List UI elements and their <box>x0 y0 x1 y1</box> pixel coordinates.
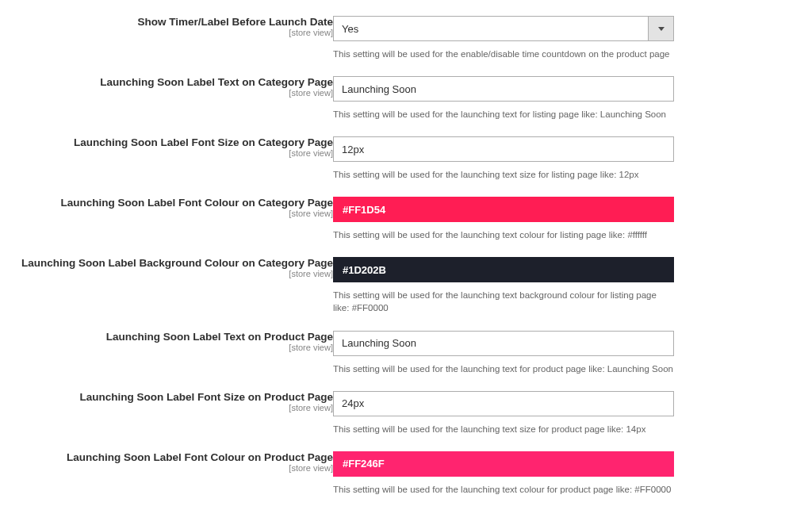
prod_label_text-input[interactable] <box>333 331 674 356</box>
color-value: #FF246F <box>343 458 385 470</box>
show_timer-select[interactable]: Yes <box>333 16 674 41</box>
help-text: This setting will be used for the launch… <box>333 423 674 435</box>
control-cell: #FF246FThis setting will be used for the… <box>333 451 812 510</box>
field-row-prod_font_color: Launching Soon Label Font Colour on Prod… <box>0 451 812 510</box>
field-row-prod_label_text: Launching Soon Label Text on Product Pag… <box>0 331 812 391</box>
scope-label: [store view] <box>0 343 333 353</box>
cat_label_text-input[interactable] <box>333 76 674 102</box>
chevron-down-icon <box>648 17 673 40</box>
field-row-cat_font_color: Launching Soon Label Font Colour on Cate… <box>0 197 812 257</box>
field-label: Launching Soon Label Background Colour o… <box>0 257 333 269</box>
prod_font_size-input[interactable] <box>333 391 674 416</box>
scope-label: [store view] <box>0 269 333 279</box>
scope-label: [store view] <box>0 209 333 219</box>
help-text: This setting will be used for the launch… <box>333 228 674 241</box>
help-text: This setting will be used for the launch… <box>333 168 674 181</box>
select-value: Yes <box>334 23 648 35</box>
config-form: Show Timer/Label Before Launch Date[stor… <box>0 16 812 510</box>
field-label: Launching Soon Label Font Colour on Prod… <box>0 451 333 463</box>
scope-label: [store view] <box>0 148 333 159</box>
field-label: Launching Soon Label Font Colour on Cate… <box>0 197 333 209</box>
control-cell: This setting will be used for the launch… <box>333 331 812 391</box>
control-cell: This setting will be used for the launch… <box>333 391 812 451</box>
control-cell: #1D202BThis setting will be used for the… <box>333 257 812 330</box>
control-cell: This setting will be used for the launch… <box>333 76 812 136</box>
scope-label: [store view] <box>0 463 333 474</box>
color-value: #FF1D54 <box>343 204 385 216</box>
control-cell: YesThis setting will be used for the ena… <box>333 16 812 76</box>
label-cell: Show Timer/Label Before Launch Date[stor… <box>0 16 333 76</box>
label-cell: Launching Soon Label Text on Category Pa… <box>0 76 333 136</box>
field-row-prod_font_size: Launching Soon Label Font Size on Produc… <box>0 391 812 451</box>
cat_font_color-color-picker[interactable]: #FF1D54 <box>333 197 674 222</box>
color-value: #1D202B <box>343 264 386 276</box>
scope-label: [store view] <box>0 403 333 413</box>
help-text: This setting will be used for the launch… <box>333 108 674 121</box>
cat_font_size-input[interactable] <box>333 136 674 162</box>
prod_font_color-color-picker[interactable]: #FF246F <box>333 451 674 477</box>
help-text: This setting will be used for the launch… <box>333 362 674 375</box>
help-text: This setting will be used for the launch… <box>333 483 674 496</box>
scope-label: [store view] <box>0 28 333 38</box>
field-label: Show Timer/Label Before Launch Date <box>0 16 333 28</box>
control-cell: #FF1D54This setting will be used for the… <box>333 197 812 257</box>
label-cell: Launching Soon Label Font Colour on Prod… <box>0 451 333 510</box>
label-cell: Launching Soon Label Font Size on Produc… <box>0 391 333 451</box>
control-cell: This setting will be used for the launch… <box>333 136 812 197</box>
field-label: Launching Soon Label Text on Product Pag… <box>0 331 333 343</box>
field-row-show_timer: Show Timer/Label Before Launch Date[stor… <box>0 16 812 76</box>
label-cell: Launching Soon Label Font Size on Catego… <box>0 136 333 197</box>
field-label: Launching Soon Label Text on Category Pa… <box>0 76 333 88</box>
label-cell: Launching Soon Label Font Colour on Cate… <box>0 197 333 257</box>
label-cell: Launching Soon Label Text on Product Pag… <box>0 331 333 391</box>
label-cell: Launching Soon Label Background Colour o… <box>0 257 333 330</box>
help-text: This setting will be used for the enable… <box>333 48 674 60</box>
help-text: This setting will be used for the launch… <box>333 289 674 314</box>
field-row-cat_bg_color: Launching Soon Label Background Colour o… <box>0 257 812 330</box>
cat_bg_color-color-picker[interactable]: #1D202B <box>333 257 674 282</box>
field-label: Launching Soon Label Font Size on Produc… <box>0 391 333 403</box>
field-row-cat_font_size: Launching Soon Label Font Size on Catego… <box>0 136 812 197</box>
scope-label: [store view] <box>0 88 333 98</box>
field-label: Launching Soon Label Font Size on Catego… <box>0 136 333 148</box>
field-row-cat_label_text: Launching Soon Label Text on Category Pa… <box>0 76 812 136</box>
